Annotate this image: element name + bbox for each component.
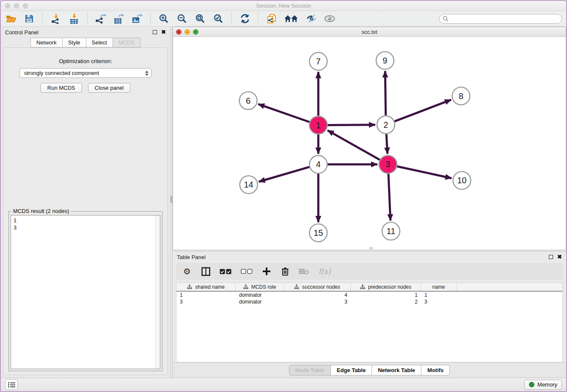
edge-3-10[interactable] <box>397 166 451 178</box>
node-label: 2 <box>383 120 388 130</box>
main-toolbar <box>1 11 566 27</box>
zoom-fit-button[interactable] <box>194 13 206 25</box>
float-panel-icon[interactable] <box>153 30 157 34</box>
maximize-window-button[interactable] <box>23 3 28 8</box>
task-history-button[interactable] <box>5 379 18 390</box>
delete-table-button[interactable] <box>299 266 309 276</box>
add-column-button[interactable] <box>261 266 272 276</box>
cell-predecessor-nodes: 1 <box>351 292 421 298</box>
cell-mcds-role: dominator <box>236 292 284 298</box>
export-network-button[interactable] <box>95 13 107 25</box>
node-9[interactable]: 9 <box>376 52 394 69</box>
search-input[interactable] <box>439 14 562 24</box>
close-window-button[interactable] <box>5 3 10 8</box>
tab-style[interactable]: Style <box>63 38 86 47</box>
node-8[interactable]: 8 <box>452 87 470 105</box>
edge-1-6[interactable] <box>258 104 309 122</box>
show-hide-graphics-details-button[interactable] <box>306 13 317 25</box>
network-minimize-button[interactable]: − <box>184 29 190 35</box>
new-network-from-selection-button[interactable] <box>266 13 278 25</box>
import-table-button[interactable] <box>68 13 80 25</box>
export-table-button[interactable] <box>113 13 125 25</box>
node-10[interactable]: 10 <box>453 171 471 189</box>
column-header-mcds-role[interactable]: MCDS role <box>236 283 284 291</box>
table-row[interactable]: 1dominator411 <box>176 292 562 298</box>
toolbar-separator <box>258 13 259 25</box>
table-settings-button[interactable]: ⚙ <box>182 266 192 276</box>
table-tab-edge-table[interactable]: Edge Table <box>331 365 372 375</box>
criterion-value: strongly connected component <box>24 70 99 76</box>
new-network-from-selection-icon <box>266 13 277 24</box>
float-panel-icon[interactable] <box>549 255 553 259</box>
edge-2-9[interactable] <box>385 71 385 116</box>
control-panel: Control Panel ✖ NetworkStyleSelectMCDS O… <box>1 27 170 378</box>
close-panel-icon[interactable]: ✖ <box>557 255 562 259</box>
open-session-button[interactable] <box>5 13 17 25</box>
show-columns-button[interactable] <box>201 266 211 276</box>
toggle-graphics-details-button[interactable] <box>324 13 336 25</box>
cell-mcds-role: dominator <box>236 299 284 305</box>
table-tab-motifs[interactable]: Motifs <box>421 365 450 375</box>
save-session-button[interactable] <box>23 13 35 25</box>
column-header-name[interactable]: name <box>421 283 457 291</box>
function-builder-button[interactable]: f(x) <box>317 266 332 276</box>
node-label: 3 <box>385 160 390 169</box>
zoom-out-button[interactable] <box>176 13 188 25</box>
criterion-select[interactable]: strongly connected component <box>19 68 151 78</box>
import-network-button[interactable] <box>50 13 62 25</box>
network-maximize-button[interactable]: + <box>193 29 198 35</box>
panel-splitter[interactable] <box>170 27 173 378</box>
edge-4-14[interactable] <box>259 167 310 182</box>
table-tab-network-table[interactable]: Network Table <box>372 365 421 375</box>
deselect-all-button[interactable] <box>240 266 253 276</box>
minimize-window-button[interactable] <box>14 3 19 8</box>
canvas-resize-grip[interactable] <box>369 247 373 249</box>
toolbar-separator <box>150 13 151 25</box>
edge-2-3[interactable] <box>386 134 387 154</box>
network-canvas[interactable]: 1234678910111415 <box>173 37 566 250</box>
first-neighbors-button[interactable] <box>284 13 299 25</box>
export-image-button[interactable] <box>131 13 143 25</box>
table-header-row: shared nameMCDS rolesuccessor nodesprede… <box>176 283 562 292</box>
column-header-successor-nodes[interactable]: successor nodes <box>284 283 351 291</box>
close-panel-icon[interactable]: ✖ <box>161 30 166 34</box>
edge-3-1[interactable] <box>328 130 380 160</box>
zoom-in-button[interactable] <box>158 13 170 25</box>
table-tab-node-table[interactable]: Node Table <box>289 365 331 375</box>
edge-1-2[interactable] <box>328 125 375 125</box>
splitter-grip[interactable] <box>171 196 172 203</box>
node-7[interactable]: 7 <box>309 52 327 70</box>
node-15[interactable]: 15 <box>309 224 327 242</box>
column-header-shared-name[interactable]: shared name <box>176 283 236 291</box>
edge-3-11[interactable] <box>388 174 391 221</box>
network-close-button[interactable]: ✕ <box>176 29 182 35</box>
edge-2-8[interactable] <box>394 100 451 121</box>
first-neighbors-houses-icon <box>284 14 299 23</box>
tab-network[interactable]: Network <box>30 38 63 47</box>
node-6[interactable]: 6 <box>239 92 257 110</box>
result-scrollbar[interactable] <box>155 215 160 369</box>
memory-button[interactable]: Memory <box>524 380 562 390</box>
select-all-button[interactable] <box>219 266 232 276</box>
close-panel-button[interactable]: Close panel <box>88 83 131 93</box>
node-3[interactable]: 3 <box>379 155 397 173</box>
apply-layout-button[interactable] <box>239 13 251 25</box>
mcds-result-text[interactable]: 1 3 <box>11 215 155 369</box>
optimization-criterion-label: Optimization criterion: <box>3 58 168 64</box>
run-mcds-button[interactable]: Run MCDS <box>41 83 82 93</box>
table-panel-title: Table Panel <box>177 254 206 260</box>
table-row[interactable]: 3dominator323 <box>176 298 562 305</box>
node-1[interactable]: 1 <box>309 116 327 134</box>
node-4[interactable]: 4 <box>309 155 327 173</box>
node-11[interactable]: 11 <box>382 222 400 240</box>
column-header-predecessor-nodes[interactable]: predecessor nodes <box>351 283 421 291</box>
network-window-title: scc.txt <box>362 29 377 35</box>
zoom-selected-button[interactable] <box>212 13 224 25</box>
column-type-icon <box>243 284 248 290</box>
node-14[interactable]: 14 <box>240 176 258 193</box>
tab-select[interactable]: Select <box>86 38 113 47</box>
eye-icon <box>324 14 336 23</box>
node-2[interactable]: 2 <box>377 116 395 134</box>
delete-column-button[interactable] <box>280 266 290 276</box>
tab-mcds[interactable]: MCDS <box>113 38 140 47</box>
